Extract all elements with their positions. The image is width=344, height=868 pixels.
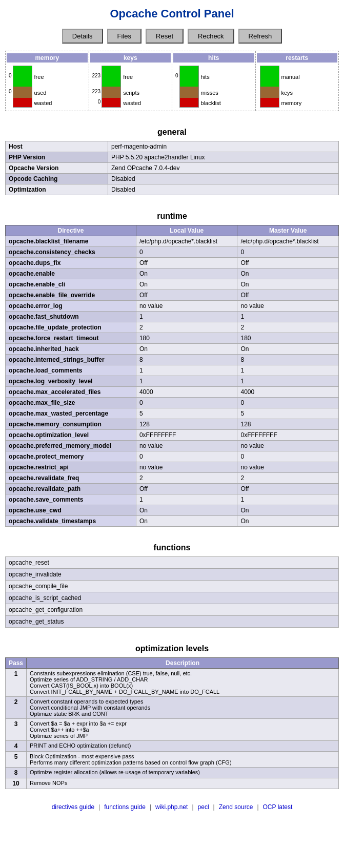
- keys-bar-free: [102, 66, 120, 87]
- runtime-directive: opcache.dups_fix: [6, 258, 136, 268]
- hits-bar-hits: [180, 66, 198, 87]
- function-name: opcache_get_configuration: [6, 604, 339, 616]
- footer-link[interactable]: Zend source: [219, 803, 253, 811]
- function-name: opcache_get_status: [6, 616, 339, 628]
- runtime-row: opcache.file_update_protection22: [6, 322, 339, 333]
- details-button[interactable]: Details: [62, 29, 103, 44]
- optimization-row: 10Remove NOPs: [6, 778, 339, 789]
- runtime-master: On: [237, 505, 339, 516]
- function-name: opcache_invalidate: [6, 569, 339, 581]
- stat-memory: memory 0 0 free used wasted: [6, 51, 89, 111]
- toolbar: Details Files Reset Recheck Refresh: [0, 26, 344, 51]
- stats-section: memory 0 0 free used wasted keys 223: [5, 51, 339, 111]
- memory-label-used: used: [34, 87, 52, 98]
- runtime-row: opcache.blacklist_filename/etc/php.d/opc…: [6, 236, 339, 247]
- runtime-master: Off: [237, 258, 339, 268]
- opt-description: Remove NOPs: [27, 778, 339, 789]
- runtime-master: 4000: [237, 387, 339, 398]
- reset-button[interactable]: Reset: [146, 29, 184, 44]
- footer-link[interactable]: OCP latest: [263, 803, 293, 811]
- keys-num0: 223: [92, 66, 101, 86]
- optimization-table: Pass Description 1Constants subexpressio…: [5, 657, 339, 789]
- function-name: opcache_reset: [6, 557, 339, 569]
- footer-link[interactable]: directives guide: [52, 803, 94, 811]
- opt-pass: 4: [6, 741, 27, 752]
- footer-separator: |: [257, 803, 258, 811]
- runtime-directive: opcache.memory_consumption: [6, 419, 136, 430]
- runtime-table: Directive Local Value Master Value opcac…: [5, 225, 339, 527]
- runtime-master: 2: [237, 322, 339, 333]
- runtime-directive: opcache.protect_memory: [6, 451, 136, 462]
- runtime-local: 180: [136, 333, 237, 344]
- footer-link[interactable]: wiki.php.net: [155, 803, 188, 811]
- runtime-local: 1: [136, 376, 237, 387]
- footer-separator: |: [213, 803, 215, 811]
- recheck-button[interactable]: Recheck: [188, 29, 234, 44]
- runtime-local: 128: [136, 419, 237, 430]
- runtime-directive: opcache.inherited_hack: [6, 344, 136, 355]
- refresh-button[interactable]: Refresh: [238, 29, 282, 44]
- general-key: Opcode Caching: [6, 174, 108, 184]
- hits-bar-misses: [180, 87, 198, 98]
- opt-pass: 2: [6, 697, 27, 719]
- functions-table: opcache_resetopcache_invalidateopcache_c…: [5, 556, 339, 628]
- footer-separator: |: [98, 803, 100, 811]
- stat-hits: hits 0 hits misses blacklist: [172, 51, 256, 111]
- optimization-row: 1Constants subexpressions elimination (C…: [6, 669, 339, 697]
- hits-label-misses: misses: [201, 87, 221, 98]
- runtime-master: 1: [237, 312, 339, 322]
- opt-description: Optimize register allocation (allows re-…: [27, 768, 339, 778]
- footer-link[interactable]: functions guide: [104, 803, 146, 811]
- general-row: Hostperf-magento-admin: [6, 141, 339, 152]
- runtime-row: opcache.enable_cliOnOn: [6, 279, 339, 290]
- memory-bar-free: [13, 66, 32, 87]
- runtime-master: 128: [237, 419, 339, 430]
- memory-bar-used: [13, 87, 32, 98]
- opt-pass: 10: [6, 778, 27, 789]
- footer-link[interactable]: pecl: [198, 803, 209, 811]
- stat-memory-header: memory: [7, 53, 88, 63]
- opt-description: Convert constant operands to expected ty…: [27, 697, 339, 719]
- runtime-master: On: [237, 516, 339, 527]
- restarts-bar-keys: [260, 87, 279, 98]
- runtime-directive: opcache.blacklist_filename: [6, 236, 136, 247]
- function-name: opcache_is_script_cached: [6, 592, 339, 604]
- runtime-directive: opcache.revalidate_path: [6, 484, 136, 494]
- runtime-master: no value: [237, 301, 339, 312]
- runtime-directive: opcache.save_comments: [6, 494, 136, 505]
- runtime-directive: opcache.optimization_level: [6, 430, 136, 441]
- keys-num1: 223: [92, 86, 101, 97]
- memory-num0: 0: [9, 66, 12, 86]
- general-table: Hostperf-magento-adminPHP VersionPHP 5.5…: [5, 141, 339, 195]
- keys-label-scripts: scripts: [123, 87, 141, 98]
- runtime-row: opcache.force_restart_timeout180180: [6, 333, 339, 344]
- runtime-row: opcache.enableOnOn: [6, 268, 339, 279]
- function-row: opcache_get_configuration: [6, 604, 339, 616]
- general-value: perf-magento-admin: [108, 141, 339, 152]
- runtime-row: opcache.enable_file_overrideOffOff: [6, 290, 339, 301]
- restarts-bar-memory: [260, 98, 279, 107]
- stat-restarts-header: restarts: [257, 53, 338, 63]
- runtime-local: 1: [136, 312, 237, 322]
- stat-hits-header: hits: [173, 53, 254, 63]
- runtime-directive: opcache.load_comments: [6, 365, 136, 376]
- runtime-row: opcache.validate_timestampsOnOn: [6, 516, 339, 527]
- runtime-local: 2: [136, 473, 237, 484]
- runtime-local: On: [136, 516, 237, 527]
- footer: directives guide|functions guide|wiki.ph…: [0, 797, 344, 819]
- runtime-local: 0: [136, 247, 237, 258]
- memory-label-wasted: wasted: [34, 98, 52, 108]
- opt-col-pass: Pass: [6, 658, 27, 669]
- runtime-master: /etc/php.d/opcache*.blacklist: [237, 236, 339, 247]
- runtime-title: runtime: [0, 203, 344, 225]
- runtime-directive: opcache.consistency_checks: [6, 247, 136, 258]
- runtime-master: 180: [237, 333, 339, 344]
- runtime-local: no value: [136, 441, 237, 451]
- runtime-master: 1: [237, 376, 339, 387]
- function-name: opcache_compile_file: [6, 581, 339, 592]
- files-button[interactable]: Files: [107, 29, 141, 44]
- runtime-local: On: [136, 279, 237, 290]
- runtime-master: no value: [237, 462, 339, 473]
- opt-description: PRINT and ECHO optimization (defunct): [27, 741, 339, 752]
- optimization-title: optimization levels: [0, 636, 344, 657]
